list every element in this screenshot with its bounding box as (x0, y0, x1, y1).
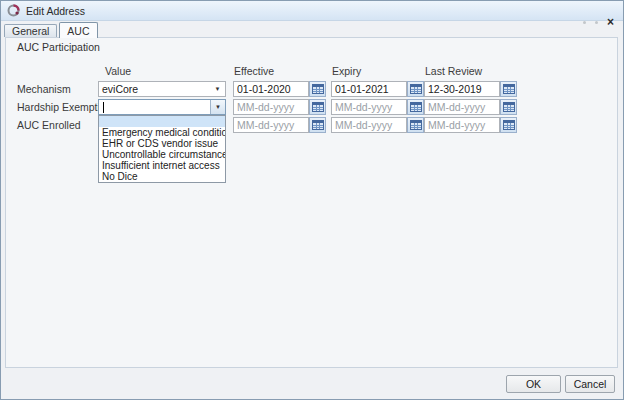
hardship-last-review-input[interactable] (424, 99, 500, 115)
window-title: Edit Address (26, 5, 85, 17)
calendar-icon (410, 84, 422, 94)
mechanism-value-combobox[interactable]: eviCore ▼ (98, 81, 226, 97)
tab-general[interactable]: General (4, 24, 57, 37)
chevron-down-icon[interactable]: ▼ (210, 100, 225, 114)
row-label-auc-enrolled: AUC Enrolled (17, 119, 81, 131)
mechanism-last-review-input[interactable] (424, 81, 500, 97)
column-header-last-review: Last Review (425, 65, 482, 77)
text-caret (103, 102, 104, 113)
mechanism-expiry-calendar-button[interactable] (407, 81, 424, 97)
ok-button-label: OK (526, 378, 541, 390)
edit-address-dialog: Edit Address × General AUC AUC Participa… (0, 0, 624, 400)
mechanism-effective-calendar-button[interactable] (309, 81, 326, 97)
tab-strip: General AUC (4, 22, 100, 37)
hardship-exemption-combobox[interactable]: ▼ (98, 99, 226, 115)
row-label-mechanism: Mechanism (17, 83, 71, 95)
calendar-icon (312, 84, 324, 94)
title-bar[interactable]: Edit Address (1, 1, 623, 21)
dropdown-option-insufficient-internet-access[interactable]: Insufficient internet access (99, 160, 225, 171)
hardship-exemption-value-text (99, 100, 210, 114)
app-icon (7, 4, 20, 17)
calendar-icon (503, 120, 515, 130)
dropdown-option-empty[interactable] (99, 116, 225, 127)
dropdown-option-ehr-or-cds-vendor-issue[interactable]: EHR or CDS vendor issue (99, 138, 225, 149)
auc-enrolled-last-review-input[interactable] (424, 117, 500, 133)
hardship-expiry-calendar-button[interactable] (407, 99, 424, 115)
cancel-button-label: Cancel (574, 378, 607, 390)
calendar-icon (410, 102, 422, 112)
calendar-icon (503, 84, 515, 94)
mechanism-effective-input[interactable] (233, 81, 309, 97)
auc-enrolled-expiry-calendar-button[interactable] (407, 117, 424, 133)
hardship-expiry-input[interactable] (331, 99, 407, 115)
hardship-effective-input[interactable] (233, 99, 309, 115)
mechanism-expiry-input[interactable] (331, 81, 407, 97)
cancel-button[interactable]: Cancel (565, 375, 615, 393)
column-header-effective: Effective (234, 65, 274, 77)
hardship-last-review-calendar-button[interactable] (500, 99, 517, 115)
close-icon: × (607, 15, 614, 29)
auc-enrolled-effective-calendar-button[interactable] (309, 117, 326, 133)
window-handle-dot (595, 21, 598, 24)
dropdown-option-uncontrollable-circumstances[interactable]: Uncontrollable circumstances (99, 149, 225, 160)
auc-enrolled-last-review-calendar-button[interactable] (500, 117, 517, 133)
ok-button[interactable]: OK (506, 375, 561, 393)
calendar-icon (312, 102, 324, 112)
auc-enrolled-effective-input[interactable] (233, 117, 309, 133)
calendar-icon (312, 120, 324, 130)
dropdown-option-emergency-medical-condition[interactable]: Emergency medical condition (99, 127, 225, 138)
mechanism-last-review-calendar-button[interactable] (500, 81, 517, 97)
dropdown-option-no-dice[interactable]: No Dice (99, 171, 225, 182)
hardship-exemption-dropdown-list: Emergency medical condition EHR or CDS v… (98, 115, 226, 183)
column-header-value: Value (105, 65, 131, 77)
window-handle-dot (583, 21, 586, 24)
close-button[interactable]: × (607, 17, 614, 27)
column-header-expiry: Expiry (332, 65, 361, 77)
chevron-down-icon[interactable]: ▼ (210, 82, 225, 96)
calendar-icon (410, 120, 422, 130)
tab-general-label: General (12, 25, 49, 37)
mechanism-value-text: eviCore (99, 82, 210, 96)
section-title: AUC Participation (17, 41, 100, 53)
hardship-effective-calendar-button[interactable] (309, 99, 326, 115)
tab-auc[interactable]: AUC (59, 22, 97, 38)
tab-auc-label: AUC (67, 25, 89, 37)
calendar-icon (503, 102, 515, 112)
auc-enrolled-expiry-input[interactable] (331, 117, 407, 133)
